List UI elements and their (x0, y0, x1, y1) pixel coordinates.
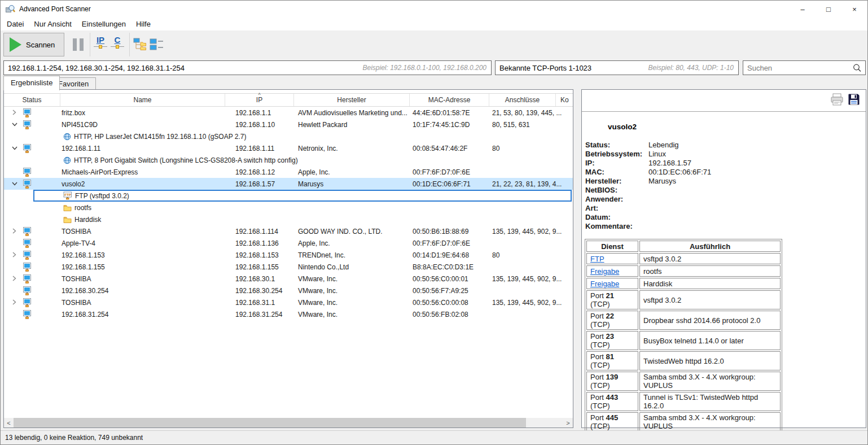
menu-item-einstellungen[interactable]: Einstellungen (77, 18, 131, 30)
tree-view-button[interactable] (133, 37, 148, 51)
table-row[interactable]: 192.168.1.155192.168.1.155Nintendo Co.,L… (4, 261, 573, 273)
table-row[interactable]: 192.168.31.254192.168.31.254VMware, Inc.… (4, 308, 573, 320)
device-ip: 192.168.1.155 (225, 263, 294, 271)
ip-class-button[interactable]: IP (92, 35, 109, 47)
scrollbar-thumb[interactable] (14, 418, 526, 427)
table-row[interactable]: Michaels-AirPort-Express192.168.1.12Appl… (4, 166, 573, 178)
column-header-ip[interactable]: IP^ (225, 94, 294, 106)
device-mac: B8:8A:EC:C0:D3:1E (410, 263, 489, 271)
device-icon (23, 250, 32, 261)
menu-item-datei[interactable]: Datei (2, 18, 29, 30)
device-vendor: Apple, Inc. (294, 239, 410, 247)
device-name: Apple-TV-4 (60, 239, 225, 247)
column-header-anschlsse[interactable]: Anschlüsse (489, 94, 556, 106)
menu-item-hilfe[interactable]: Hilfe (131, 18, 156, 30)
ip-range-input[interactable]: 192.168.1.1-254, 192.168.30.1-254, 192.1… (3, 60, 492, 75)
services-row: Port 443 (TCP)Tunnel is TLSv1: TwistedWe… (586, 392, 781, 411)
list-view-button[interactable] (150, 37, 164, 51)
pause-button[interactable] (71, 37, 85, 52)
service-link[interactable]: FTP (590, 255, 604, 263)
service-link[interactable]: Freigabe (590, 267, 619, 276)
table-row[interactable]: TOSHIBA192.168.1.114GOOD WAY IND. CO., L… (4, 225, 573, 237)
chevron-down-icon[interactable] (11, 145, 18, 153)
toolbar: Scannen IP C (1, 30, 867, 59)
table-row[interactable]: NPI451C9D192.168.1.10Hewlett Packard10:1… (4, 119, 573, 130)
device-vendor: Apple, Inc. (294, 168, 410, 176)
service-name-cell: Port 81 (TCP) (586, 351, 638, 370)
detail-field: Status:Lebendig (585, 141, 711, 150)
scroll-left-arrow-icon[interactable]: < (4, 418, 14, 427)
scan-button[interactable]: Scannen (3, 33, 64, 56)
horizontal-scrollbar[interactable]: < > (4, 418, 573, 427)
table-row[interactable]: 192.168.30.254192.168.30.254VMware, Inc.… (4, 285, 573, 296)
tab-ergebnisliste[interactable]: Ergebnisliste (3, 76, 60, 90)
print-button[interactable] (830, 92, 844, 107)
table-row[interactable]: 192.168.1.153192.168.1.153TRENDnet, Inc.… (4, 249, 573, 261)
port-prefix: Port (590, 352, 606, 361)
services-column-header: Dienst (586, 241, 638, 252)
chevron-right-icon[interactable] (11, 228, 17, 236)
detail-field-label: Betriebssystem: (585, 150, 648, 159)
table-row[interactable]: TOSHIBA192.168.31.1VMware, Inc.00:50:56:… (4, 296, 573, 308)
subrow-label: rootfs (74, 204, 91, 212)
search-icon[interactable] (852, 63, 862, 75)
device-vendor: VMware, Inc. (294, 275, 410, 283)
save-button[interactable] (847, 92, 861, 107)
service-detail-cell: Dropbear sshd 2014.66 protocol 2.0 (639, 311, 781, 330)
chevron-right-icon[interactable] (11, 299, 17, 307)
maximize-button[interactable]: □ (816, 1, 841, 18)
chevron-right-icon[interactable] (11, 275, 17, 283)
table-subrow[interactable]: HTTP, 8 Port Gigabit Switch (Longshine L… (4, 154, 573, 166)
device-icon (23, 298, 32, 308)
column-header-hersteller[interactable]: Hersteller (294, 94, 410, 106)
status-cell (4, 119, 60, 130)
device-mac: 44:4E:6D:01:58:7E (410, 109, 489, 117)
scroll-right-arrow-icon[interactable]: > (563, 418, 573, 427)
detail-field: MAC:00:1D:EC:06:6F:71 (585, 168, 711, 177)
status-cell (4, 296, 60, 308)
device-mac: 00:F7:6F:D7:0F:6E (410, 239, 489, 247)
menu-item-nur-ansicht[interactable]: Nur Ansicht (29, 18, 76, 30)
table-subrow[interactable]: rootfs (4, 202, 573, 213)
ports-input[interactable]: Bekannte TCP-Ports 1-1023 Beispiel: 80, … (495, 60, 739, 75)
subrow-label: Harddisk (74, 216, 101, 224)
service-detail-cell: BusyBox telnetd 1.14.0 or later (639, 331, 781, 350)
search-input[interactable]: Suchen (743, 60, 866, 75)
column-header-status[interactable]: Status (4, 94, 60, 106)
ip-range-value: 192.168.1.1-254, 192.168.30.1-254, 192.1… (8, 64, 185, 72)
column-header-macadresse[interactable]: MAC-Adresse (410, 94, 489, 106)
device-mac: 00:1D:EC:06:6F:71 (410, 180, 489, 188)
device-name: 192.168.30.254 (60, 287, 225, 295)
column-header-name[interactable]: Name (60, 94, 225, 106)
table-row[interactable]: fritz.box192.168.1.1AVM Audiovisuelles M… (4, 107, 573, 119)
column-header-label: Name (133, 96, 151, 104)
table-row[interactable]: TOSHIBA192.168.30.1VMware, Inc.00:50:56:… (4, 273, 573, 285)
column-header-ko[interactable]: Ko (556, 94, 573, 106)
c-class-button[interactable]: C (109, 35, 126, 47)
service-link[interactable]: Freigabe (590, 280, 619, 288)
port-suffix: (TCP) (590, 300, 610, 308)
play-icon (10, 37, 21, 52)
device-ports: 135, 139, 445, 902, 9... (489, 228, 573, 235)
window-title: Advanced Port Scanner (19, 5, 91, 13)
chevron-down-icon[interactable] (11, 180, 18, 189)
chevron-right-icon[interactable] (11, 109, 17, 117)
table-subrow[interactable]: Harddisk (4, 213, 573, 225)
toolbar-separator (129, 33, 130, 56)
device-vendor: GOOD WAY IND. CO., LTD. (294, 228, 410, 235)
device-mac: 00:50:56:C0:00:08 (410, 299, 489, 307)
detail-field-label: IP: (585, 159, 648, 168)
close-button[interactable]: × (841, 1, 867, 18)
services-row: Port 23 (TCP)BusyBox telnetd 1.14.0 or l… (586, 331, 781, 350)
table-row[interactable]: Apple-TV-4192.168.1.136Apple, Inc.00:F7:… (4, 237, 573, 249)
table-row[interactable]: 192.168.1.11192.168.1.11Netronix, Inc.00… (4, 142, 573, 154)
service-name-cell: Port 445 (TCP) (586, 412, 638, 431)
service-detail-cell: Harddisk (639, 278, 781, 289)
minimize-button[interactable]: – (790, 1, 816, 18)
table-row[interactable]: vusolo2192.168.1.57Marusys00:1D:EC:06:6F… (4, 178, 573, 190)
chevron-right-icon[interactable] (11, 251, 17, 260)
chevron-down-icon[interactable] (11, 121, 18, 129)
table-subrow[interactable]: HTTP, HP LaserJet CM1415fn 192.168.1.10 … (4, 130, 573, 142)
device-ports: 80 (489, 251, 573, 259)
table-subrow[interactable]: FTPFTP (vsftpd 3.0.2) (33, 190, 572, 202)
